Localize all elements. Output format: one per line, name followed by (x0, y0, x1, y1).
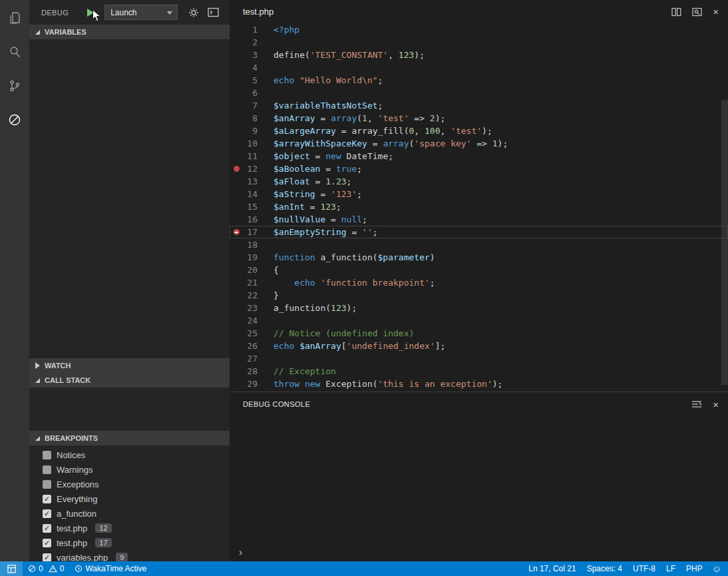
breakpoint-item[interactable]: ✓variables.php9 (29, 550, 230, 561)
eol-indicator[interactable]: LF (661, 561, 681, 576)
activity-search-button[interactable] (6, 43, 23, 61)
breakpoint-item[interactable]: ✓test.php17 (29, 535, 230, 550)
breakpoint-item[interactable]: ✓Everything (29, 491, 230, 506)
breakpoint-gutter[interactable] (230, 200, 243, 213)
breakpoint-gutter[interactable] (230, 188, 243, 200)
configure-gear-button[interactable] (188, 7, 199, 18)
code-line[interactable]: 14$aString = '123'; (230, 188, 728, 200)
breakpoint-gutter[interactable] (230, 162, 243, 175)
breakpoint-gutter[interactable] (230, 352, 243, 365)
preview-button[interactable] (692, 7, 702, 17)
code-line[interactable]: 28// Exception (230, 365, 728, 378)
breakpoint-gutter[interactable] (230, 74, 243, 87)
code-line[interactable]: 17$anEmptyString = ''; (230, 226, 728, 238)
breakpoint-gutter[interactable] (230, 264, 243, 276)
code-line[interactable]: 12$aBoolean = true; (230, 162, 728, 175)
section-variables[interactable]: VARIABLES (29, 25, 230, 39)
activity-debug-button[interactable] (6, 111, 23, 129)
wakatime-status[interactable]: WakaTime Active (69, 561, 152, 576)
breakpoint-gutter[interactable] (230, 289, 243, 302)
cursor-position-indicator[interactable]: Ln 17, Col 21 (523, 561, 581, 576)
split-editor-button[interactable] (671, 7, 681, 17)
breakpoint-gutter[interactable] (230, 150, 243, 162)
feedback-smiley-icon[interactable]: ☺ (708, 563, 728, 574)
breakpoint-gutter[interactable] (230, 340, 243, 352)
breakpoint-gutter[interactable] (230, 314, 243, 327)
start-debug-button[interactable] (87, 9, 94, 17)
language-mode-indicator[interactable]: PHP (681, 561, 708, 576)
code-line[interactable]: 26echo $anArray['undefined_index']; (230, 340, 728, 352)
code-line[interactable]: 15$anInt = 123; (230, 200, 728, 213)
code-line[interactable]: 19function a_function($parameter) (230, 251, 728, 264)
section-watch[interactable]: WATCH (29, 358, 230, 373)
breakpoint-checkbox[interactable]: ✓ (43, 553, 51, 562)
breakpoint-gutter[interactable] (230, 137, 243, 150)
code-line[interactable]: 29throw new Exception('this is an except… (230, 378, 728, 390)
breakpoint-checkbox[interactable]: ✓ (43, 509, 51, 518)
indentation-indicator[interactable]: Spaces: 4 (582, 561, 628, 576)
code-line[interactable]: 27 (230, 352, 728, 365)
open-debug-console-button[interactable] (208, 7, 219, 17)
close-panel-button[interactable]: × (713, 399, 719, 410)
tab-test-php[interactable]: test.php (230, 0, 283, 23)
breakpoint-item[interactable]: ✓a_function (29, 506, 230, 521)
breakpoint-item[interactable]: Warnings (29, 462, 230, 477)
breakpoint-disabled-icon[interactable] (234, 229, 240, 235)
editor-scrollbar[interactable] (721, 100, 728, 385)
breakpoint-gutter[interactable] (230, 238, 243, 251)
errors-warnings-indicator[interactable]: 0 0 (23, 561, 69, 576)
code-line[interactable]: 16$nullValue = null; (230, 213, 728, 226)
breakpoint-gutter[interactable] (230, 49, 243, 61)
breakpoint-gutter[interactable] (230, 365, 243, 378)
window-layout-button[interactable] (0, 561, 23, 576)
code-line[interactable]: 20{ (230, 264, 728, 276)
breakpoint-gutter[interactable] (230, 61, 243, 74)
breakpoint-item[interactable]: Notices (29, 447, 230, 462)
code-line[interactable]: 13$aFloat = 1.23; (230, 175, 728, 188)
encoding-indicator[interactable]: UTF-8 (628, 561, 661, 576)
activity-explorer-button[interactable] (6, 9, 23, 27)
code-line[interactable]: 5echo "Hello World\n"; (230, 74, 728, 87)
code-line[interactable]: 6 (230, 87, 728, 99)
code-line[interactable]: 3define('TEST_CONSTANT', 123); (230, 49, 728, 61)
breakpoint-gutter[interactable] (230, 327, 243, 340)
breakpoint-gutter[interactable] (230, 251, 243, 264)
breakpoint-gutter[interactable] (230, 302, 243, 314)
launch-config-dropdown[interactable]: Launch (104, 5, 178, 20)
code-line[interactable]: 9$aLargeArray = array_fill(0, 100, 'test… (230, 125, 728, 137)
breakpoint-gutter[interactable] (230, 276, 243, 289)
breakpoint-icon[interactable] (234, 166, 240, 172)
breakpoint-checkbox[interactable]: ✓ (43, 539, 51, 547)
close-editor-button[interactable]: × (713, 6, 719, 17)
debug-console-input[interactable]: › (230, 544, 728, 561)
breakpoint-item[interactable]: ✓test.php12 (29, 521, 230, 535)
breakpoint-gutter[interactable] (230, 226, 243, 238)
code-line[interactable]: 1<?php (230, 23, 728, 36)
breakpoint-gutter[interactable] (230, 213, 243, 226)
breakpoint-checkbox[interactable] (43, 465, 51, 474)
section-call-stack[interactable]: CALL STACK (29, 373, 230, 388)
activity-source-control-button[interactable] (6, 77, 23, 95)
code-line[interactable]: 24 (230, 314, 728, 327)
code-line[interactable]: 21 echo 'function breakpoint'; (230, 276, 728, 289)
code-line[interactable]: 18 (230, 238, 728, 251)
breakpoint-gutter[interactable] (230, 36, 243, 49)
code-line[interactable]: 4 (230, 61, 728, 74)
breakpoint-gutter[interactable] (230, 87, 243, 99)
code-line[interactable]: 7$variableThatsNotSet; (230, 99, 728, 112)
breakpoint-checkbox[interactable] (43, 480, 51, 489)
breakpoint-checkbox[interactable]: ✓ (43, 524, 51, 533)
breakpoint-gutter[interactable] (230, 125, 243, 137)
breakpoint-gutter[interactable] (230, 175, 243, 188)
breakpoint-checkbox[interactable] (43, 451, 51, 459)
code-line[interactable]: 23a_function(123); (230, 302, 728, 314)
breakpoint-checkbox[interactable]: ✓ (43, 495, 51, 503)
code-line[interactable]: 8$anArray = array(1, 'test' => 2); (230, 112, 728, 125)
code-line[interactable]: 25// Notice (undefined index) (230, 327, 728, 340)
breakpoint-gutter[interactable] (230, 23, 243, 36)
code-line[interactable]: 22} (230, 289, 728, 302)
section-breakpoints[interactable]: BREAKPOINTS (29, 431, 230, 445)
breakpoint-gutter[interactable] (230, 378, 243, 390)
breakpoint-gutter[interactable] (230, 112, 243, 125)
clear-console-button[interactable] (691, 400, 702, 409)
